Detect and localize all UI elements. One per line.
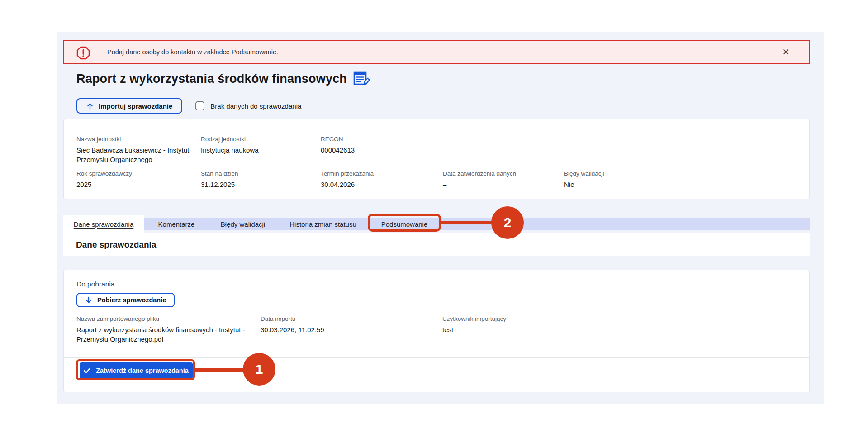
actions-row: Importuj sprawozdanie Brak danych do spr… (76, 98, 301, 114)
field-nazwa-jednostki: Nazwa jednostki Sieć Badawcza Łukasiewic… (76, 136, 201, 164)
import-report-button-label: Importuj sprawozdanie (99, 102, 172, 110)
arrow-up-icon (86, 102, 94, 110)
import-report-button[interactable]: Importuj sprawozdanie (76, 98, 182, 114)
field-stan-na-dzien: Stan na dzień 31.12.2025 (201, 170, 321, 189)
content-area: Podaj dane osoby do kontaktu w zakładce … (57, 32, 824, 404)
download-report-button[interactable]: Pobierz sprawozdanie (76, 293, 175, 307)
section-heading: Dane sprawozdania (76, 240, 810, 250)
tab-label: Dane sprawozdania (74, 220, 134, 228)
field-label: Rodzaj jednostki (201, 136, 321, 143)
tab-komentarze[interactable]: Komentarze (158, 215, 195, 233)
download-section-label: Do pobrania (76, 280, 797, 288)
field-data-importu: Data importu 30.03.2026, 11:02:59 (261, 315, 442, 344)
alert-banner: Podaj dane osoby do kontaktu w zakładce … (63, 40, 810, 64)
import-file-info: Nazwa zaimportowanego pliku Raport z wyk… (76, 315, 797, 344)
field-rok-sprawozdawczy: Rok sprawozdawczy 2025 (76, 170, 201, 189)
field-value: test (442, 325, 797, 334)
field-label: Błędy walidacji (564, 170, 797, 177)
field-label: REGON (321, 136, 443, 143)
field-rodzaj-jednostki: Rodzaj jednostki Instytucja naukowa (201, 136, 321, 164)
no-data-checkbox-label: Brak danych do sprawozdania (210, 102, 301, 110)
arrow-down-icon (85, 296, 92, 304)
field-value: Instytucja naukowa (201, 145, 321, 155)
alert-octagon-icon (76, 46, 90, 60)
close-icon[interactable]: ✕ (782, 48, 790, 57)
field-value: 2025 (76, 180, 201, 189)
tab-historia-zmian-statusu[interactable]: Historia zmian statusu (289, 215, 356, 233)
field-uzytkownik-importujacy: Użytkownik importujący test (442, 315, 797, 344)
field-label: Termin przekazania (321, 170, 443, 177)
field-value: Raport z wykorzystania środków finansowy… (76, 325, 261, 344)
edit-report-icon (353, 71, 372, 86)
annotation-highlight-podsumowanie-tab (368, 214, 441, 232)
field-value: Nie (564, 180, 797, 189)
tab-dane-sprawozdania[interactable]: Dane sprawozdania (63, 215, 144, 233)
field-value: 30.04.2026 (321, 180, 443, 189)
field-bledy-walidacji: Błędy walidacji Nie (564, 170, 797, 189)
field-label: Nazwa zaimportowanego pliku (76, 315, 261, 323)
download-report-button-label: Pobierz sprawozdanie (97, 296, 166, 304)
annotation-highlight-approve-button (76, 359, 195, 380)
field-label: Nazwa jednostki (76, 136, 201, 143)
field-data-zatwierdzenia: Data zatwierdzenia danych – (443, 170, 564, 189)
field-label: Data zatwierdzenia danych (443, 170, 564, 177)
tab-label: Błędy walidacji (221, 220, 265, 228)
title-row: Raport z wykorzystania środków finansowy… (76, 71, 372, 86)
annotation-step-1-badge: 1 (243, 353, 275, 386)
page-title: Raport z wykorzystania środków finansowy… (76, 72, 347, 86)
field-label: Stan na dzień (201, 170, 321, 177)
alert-message: Podaj dane osoby do kontaktu w zakładce … (107, 48, 278, 56)
field-value: Sieć Badawcza Łukasiewicz - Instytut Prz… (76, 145, 192, 164)
field-regon: REGON 000042613 (321, 136, 443, 164)
no-data-checkbox-wrap: Brak danych do sprawozdania (195, 101, 301, 110)
field-nazwa-pliku: Nazwa zaimportowanego pliku Raport z wyk… (76, 315, 261, 344)
field-value: 000042613 (321, 145, 443, 155)
page: Podaj dane osoby do kontaktu w zakładce … (0, 0, 868, 448)
tab-label: Komentarze (158, 220, 195, 228)
field-label: Użytkownik importujący (442, 315, 797, 323)
field-label: Rok sprawozdawczy (76, 170, 201, 177)
no-data-checkbox[interactable] (195, 101, 204, 110)
field-termin-przekazania: Termin przekazania 30.04.2026 (321, 170, 443, 189)
report-info-panel: Nazwa jednostki Sieć Badawcza Łukasiewic… (63, 119, 810, 199)
annotation-connector-2 (440, 221, 499, 224)
divider (64, 357, 809, 358)
annotation-step-2-badge: 2 (491, 206, 524, 239)
field-label: Data importu (261, 315, 442, 323)
field-value: – (443, 180, 564, 189)
tab-content-panel: Dane sprawozdania (63, 233, 810, 256)
tab-label: Historia zmian statusu (289, 220, 356, 228)
tab-bledy-walidacji[interactable]: Błędy walidacji (221, 215, 265, 233)
field-value: 31.12.2025 (201, 180, 321, 189)
field-value: 30.03.2026, 11:02:59 (261, 325, 442, 334)
